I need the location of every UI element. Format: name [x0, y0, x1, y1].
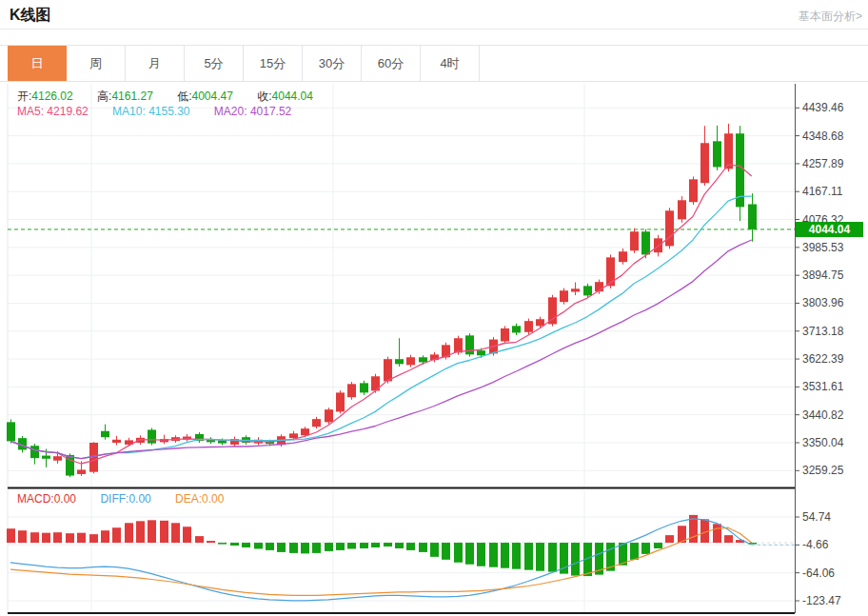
- ma-legend: MA5: 4219.62 MA10: 4155.30 MA20: 4017.52: [17, 105, 312, 118]
- close-value: 4044.04: [272, 89, 313, 103]
- ma5-line: [10, 165, 752, 464]
- ma20-value: 4017.52: [250, 105, 291, 118]
- svg-text:-64.06: -64.06: [802, 566, 835, 580]
- diff-line: [10, 519, 752, 601]
- high-value: 4161.27: [111, 89, 152, 103]
- low-value: 4004.47: [192, 89, 233, 103]
- svg-text:3713.18: 3713.18: [802, 325, 844, 338]
- svg-text:4439.46: 4439.46: [802, 101, 844, 114]
- ma5-value: 4219.62: [47, 105, 88, 118]
- high-label: 高:: [97, 89, 111, 103]
- ohlc-row: 开:4126.02 高:4161.27 低:4004.47 收:4044.04: [17, 89, 334, 105]
- svg-text:4167.11: 4167.11: [802, 185, 843, 198]
- open-label: 开:: [17, 89, 31, 103]
- current-price-badge: 4044.04: [796, 222, 863, 237]
- svg-text:3259.25: 3259.25: [802, 464, 844, 477]
- ma5-label: MA5:: [17, 105, 44, 118]
- ma20-line: [10, 240, 752, 459]
- svg-text:3440.82: 3440.82: [802, 408, 844, 422]
- svg-text:3531.61: 3531.61: [802, 380, 844, 393]
- diff-value: 0.00: [128, 492, 150, 506]
- low-label: 低:: [177, 89, 191, 103]
- svg-text:3985.53: 3985.53: [802, 241, 844, 254]
- kline-page: K线图 基本面分析> 日 周 月 5分 15分 30分 60分 4时 4439.…: [0, 0, 868, 616]
- svg-text:4257.89: 4257.89: [802, 157, 844, 170]
- dea-label: DEA:: [175, 492, 202, 506]
- diff-label: DIFF:: [100, 492, 128, 506]
- ma10-value: 4155.30: [148, 105, 189, 118]
- macd-legend: MACD:0.00 DIFF:0.00 DEA:0.00: [17, 492, 245, 506]
- svg-text:3803.96: 3803.96: [802, 296, 844, 309]
- svg-text:-123.47: -123.47: [802, 594, 841, 607]
- ma10-label: MA10:: [112, 105, 146, 118]
- svg-text:54.74: 54.74: [802, 510, 831, 524]
- y-axis-labels: 4439.464348.684257.894167.114076.323985.…: [795, 101, 844, 607]
- svg-text:-4.66: -4.66: [802, 538, 829, 551]
- svg-text:3350.04: 3350.04: [802, 436, 844, 449]
- svg-text:4348.68: 4348.68: [802, 129, 844, 143]
- close-label: 收:: [257, 89, 271, 103]
- macd-label: MACD:: [17, 492, 54, 506]
- dea-value: 0.00: [202, 492, 224, 506]
- open-value: 4126.02: [31, 89, 72, 103]
- ma10-line: [10, 196, 752, 458]
- svg-text:3622.39: 3622.39: [802, 352, 844, 366]
- svg-text:3894.75: 3894.75: [802, 268, 844, 282]
- macd-value: 0.00: [54, 492, 76, 506]
- ma20-label: MA20:: [214, 105, 247, 118]
